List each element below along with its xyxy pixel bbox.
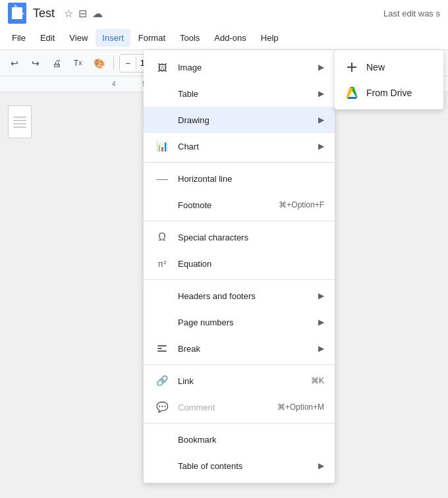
headers-arrow: ▶ [318,291,324,300]
menu-item-headers-footers[interactable]: Headers and footers ▶ [144,283,335,309]
menu-item-insert[interactable]: Insert [96,29,130,47]
menu-item-break[interactable]: Break ▶ [144,335,335,362]
break-label: Break [178,344,313,354]
folder-icon[interactable]: ⊟ [78,7,87,20]
drive-icon [345,87,358,99]
submenu-item-new[interactable]: New [335,54,443,80]
title-icons: ☆ ⊟ ☁ [64,7,103,20]
page-numbers-arrow: ▶ [318,318,324,327]
last-edit-text: Last edit was s [383,9,440,18]
page-numbers-icon-placeholder [154,314,170,330]
menu-item-page-numbers[interactable]: Page numbers ▶ [144,309,335,335]
submenu-item-from-drive[interactable]: From Drive [335,80,443,105]
menu-item-addons[interactable]: Add-ons [208,29,252,47]
doc-title[interactable]: Test [33,7,55,20]
divider-5 [144,423,335,424]
pi-icon: π² [154,256,170,271]
undo-button[interactable]: ↩ [5,54,24,72]
svg-rect-2 [157,350,167,352]
redo-button[interactable]: ↪ [26,54,45,72]
menu-item-image[interactable]: 🖼 Image ▶ [144,54,335,80]
menu-item-table[interactable]: Table ▶ [144,80,335,107]
page-line [13,120,26,121]
paint-format-button[interactable]: 🎨 [90,54,108,72]
drawing-arrow: ▶ [318,115,324,124]
image-icon: 🖼 [154,59,170,75]
menu-item-help[interactable]: Help [254,29,285,47]
menu-item-format[interactable]: Format [132,29,172,47]
menu-item-bookmark[interactable]: Bookmark [144,426,335,453]
page-line [13,117,26,118]
new-label: New [366,62,385,72]
menu-item-chart[interactable]: 📊 Chart ▶ [144,133,335,159]
menu-item-comment: 💬 Comment ⌘+Option+M [144,394,335,420]
chart-label: Chart [178,142,313,152]
comment-icon: 💬 [154,399,170,415]
svg-rect-0 [157,345,167,346]
link-icon: 🔗 [154,373,170,389]
table-of-contents-arrow: ▶ [318,461,324,470]
drawing-icon-placeholder [154,112,170,128]
footnote-shortcut: ⌘+Option+F [279,200,324,209]
break-icon [154,341,170,356]
svg-rect-1 [157,348,162,349]
horizontal-line-label: Horizontal line [178,174,324,184]
menu-item-horizontal-line[interactable]: — Horizontal line [144,165,335,192]
special-characters-label: Special characters [178,233,324,242]
link-label: Link [178,376,311,386]
menu-item-link[interactable]: 🔗 Link ⌘K [144,368,335,394]
divider-3 [144,279,335,280]
new-icon [345,61,358,74]
from-drive-label: From Drive [366,88,412,98]
bookmark-icon-placeholder [154,431,170,447]
svg-rect-4 [347,67,356,68]
menu-item-drawing[interactable]: Drawing ▶ [144,107,335,133]
chart-icon: 📊 [154,138,170,154]
star-icon[interactable]: ☆ [64,7,73,20]
menu-item-footnote[interactable]: Footnote ⌘+Option+F [144,192,335,218]
drawing-label: Drawing [178,115,313,125]
cloud-icon[interactable]: ☁ [92,7,103,20]
chart-arrow: ▶ [318,142,324,151]
link-shortcut: ⌘K [311,376,324,385]
title-bar: Test ☆ ⊟ ☁ Last edit was s [0,0,448,26]
footnote-icon-placeholder [154,197,170,213]
menu-item-table-of-contents[interactable]: Table of contents ▶ [144,453,335,479]
comment-label: Comment [178,402,277,412]
divider-4 [144,364,335,365]
print-button[interactable]: 🖨 [47,54,66,72]
page-numbers-label: Page numbers [178,318,313,327]
menu-item-tools[interactable]: Tools [173,29,206,47]
table-icon-placeholder [154,86,170,101]
table-label: Table [178,89,313,99]
page-line [13,126,26,128]
divider-2 [144,221,335,221]
table-of-contents-icon-placeholder [154,458,170,474]
insert-dropdown-menu: 🖼 Image ▶ Table ▶ Drawing ▶ 📊 Chart ▶ — … [144,50,335,483]
menu-item-edit[interactable]: Edit [34,29,61,47]
page-lines [13,117,26,128]
menu-item-special-characters[interactable]: Ω Special characters [144,224,335,250]
menu-item-equation[interactable]: π² Equation [144,250,335,277]
horizontal-line-icon: — [154,171,170,186]
menu-item-view[interactable]: View [63,29,94,47]
image-arrow: ▶ [318,63,324,72]
page-preview [8,105,32,138]
spell-check-button[interactable]: Tx [69,54,87,72]
comment-shortcut: ⌘+Option+M [277,402,324,412]
page-line [13,123,26,124]
bookmark-label: Bookmark [178,435,324,445]
drawing-submenu: New From Drive [335,50,443,109]
headers-icon-placeholder [154,288,170,304]
omega-icon: Ω [154,229,170,245]
table-of-contents-label: Table of contents [178,461,313,471]
footnote-label: Footnote [178,200,279,210]
font-size-decrease[interactable]: − [120,55,136,72]
equation-label: Equation [178,259,324,269]
image-label: Image [178,63,313,72]
table-arrow: ▶ [318,89,324,98]
menu-item-file[interactable]: File [5,29,32,47]
menu-bar: File Edit View Insert Format Tools Add-o… [0,26,448,50]
divider-1 [144,162,335,163]
headers-footers-label: Headers and footers [178,291,313,301]
